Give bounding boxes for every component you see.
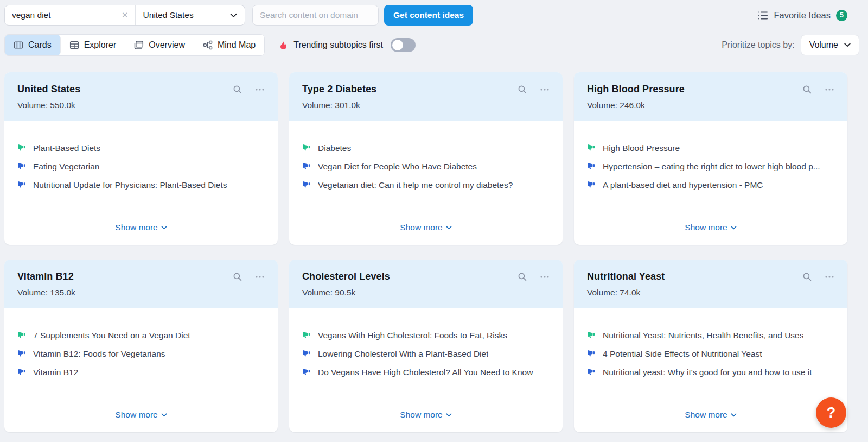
megaphone-icon: [587, 180, 596, 188]
domain-search-input[interactable]: [252, 5, 379, 26]
card-volume-value: 246.0k: [620, 100, 645, 110]
megaphone-icon: [17, 368, 26, 376]
subtopic-item[interactable]: Vegetarian diet: Can it help me control …: [302, 179, 550, 191]
subtopic-item[interactable]: Hypertension – eating the right diet to …: [587, 161, 834, 172]
megaphone-icon: [587, 331, 596, 339]
card-search-icon[interactable]: [802, 272, 812, 282]
card-more-icon[interactable]: [255, 85, 265, 94]
tab-explorer[interactable]: Explorer: [61, 35, 126, 55]
trending-toggle-label: Trending subtopics first: [293, 40, 383, 50]
card-title: Nutritional Yeast: [587, 271, 802, 282]
cards-view-icon: [14, 40, 23, 50]
prioritize-select[interactable]: Volume: [801, 35, 859, 55]
megaphone-icon: [17, 162, 26, 170]
card-header: Type 2 Diabetes Volume: 301.0k: [289, 72, 563, 121]
megaphone-icon: [17, 143, 26, 151]
prioritize-label: Prioritize topics by:: [722, 40, 794, 50]
subtopic-item[interactable]: A plant-based diet and hypertension - PM…: [587, 179, 834, 191]
subtopic-item[interactable]: Nutritional Update for Physicians: Plant…: [17, 179, 265, 191]
trending-subtopics-control: Trending subtopics first: [279, 38, 416, 52]
tab-overview[interactable]: Overview: [125, 35, 194, 55]
search-row: ✕ United States Get content ideas Favori…: [4, 5, 859, 26]
card-volume: Volume: 550.0k: [17, 100, 265, 110]
subtopic-label: Vitamin B12: [33, 367, 78, 378]
view-options-bar: Cards Explorer Overview Mind Map: [4, 34, 859, 56]
subtopic-item[interactable]: Vegans With High Cholesterol: Foods to E…: [302, 330, 550, 341]
subtopic-item[interactable]: Vegan Diet for People Who Have Diabetes: [302, 161, 550, 172]
subtopic-item[interactable]: Diabetes: [302, 142, 550, 154]
megaphone-icon: [302, 143, 311, 151]
card-search-icon[interactable]: [233, 272, 242, 282]
show-more-link[interactable]: Show more: [115, 410, 167, 420]
card-more-icon[interactable]: [540, 272, 550, 282]
help-button[interactable]: ?: [816, 397, 846, 428]
card-title: United States: [17, 84, 233, 95]
card-title: High Blood Pressure: [587, 84, 802, 95]
keyword-input[interactable]: [12, 10, 120, 20]
subtopic-label: Vegans With High Cholesterol: Foods to E…: [318, 330, 507, 341]
subtopic-item[interactable]: Nutritional Yeast: Nutrients, Health Ben…: [587, 330, 834, 341]
clear-keyword-icon[interactable]: ✕: [120, 10, 130, 20]
card-more-icon[interactable]: [825, 272, 834, 282]
explorer-view-icon: [69, 40, 79, 50]
tab-mind-map[interactable]: Mind Map: [194, 35, 264, 55]
show-more-link[interactable]: Show more: [400, 410, 451, 420]
subtopic-item[interactable]: Lowering Cholesterol With a Plant-Based …: [302, 348, 550, 359]
card-title: Type 2 Diabetes: [302, 84, 518, 95]
show-more-link[interactable]: Show more: [685, 223, 736, 232]
subtopic-label: Plant-Based Diets: [33, 142, 100, 154]
card-more-icon[interactable]: [255, 272, 265, 282]
chevron-down-icon: [230, 13, 237, 18]
subtopic-item[interactable]: Vitamin B12: [17, 367, 265, 378]
card-search-icon[interactable]: [518, 272, 527, 282]
card-body: Nutritional Yeast: Nutrients, Health Ben…: [574, 308, 847, 410]
card-volume-value: 90.5k: [335, 288, 355, 297]
mindmap-view-icon: [203, 40, 213, 50]
card-header: Cholesterol Levels Volume: 90.5k: [289, 260, 563, 308]
subtopic-label: Nutritional Update for Physicians: Plant…: [33, 179, 227, 191]
subtopic-item[interactable]: Vitamin B12: Foods for Vegetarians: [17, 348, 265, 359]
show-more-link[interactable]: Show more: [400, 223, 451, 232]
toggle-knob: [392, 40, 403, 50]
subtopic-item[interactable]: High Blood Pressure: [587, 142, 834, 154]
tab-cards[interactable]: Cards: [5, 35, 61, 55]
view-switcher: Cards Explorer Overview Mind Map: [4, 34, 265, 56]
megaphone-icon: [302, 331, 311, 339]
card-body: Plant-Based Diets Eating Vegetarian Nutr…: [4, 121, 278, 223]
subtopic-label: Eating Vegetarian: [33, 161, 99, 172]
card-search-icon[interactable]: [233, 85, 242, 94]
megaphone-icon: [587, 368, 596, 376]
favorite-ideas-button[interactable]: Favorite Ideas 5: [757, 10, 859, 21]
megaphone-icon: [302, 180, 311, 188]
card-search-icon[interactable]: [802, 85, 812, 94]
subtopic-item[interactable]: 4 Potential Side Effects of Nutritional …: [587, 348, 834, 359]
tab-explorer-label: Explorer: [84, 40, 117, 50]
megaphone-icon: [302, 162, 311, 170]
subtopic-label: Hypertension – eating the right diet to …: [603, 161, 820, 172]
card-volume: Volume: 90.5k: [302, 288, 550, 298]
card-more-icon[interactable]: [825, 85, 834, 94]
show-more-link[interactable]: Show more: [685, 410, 736, 420]
country-select-value: United States: [143, 10, 230, 20]
subtopic-item[interactable]: Plant-Based Diets: [17, 142, 265, 154]
show-more-link[interactable]: Show more: [115, 223, 167, 232]
subtopic-item[interactable]: Do Vegans Have High Cholesterol? All You…: [302, 367, 550, 378]
subtopic-item[interactable]: 7 Supplements You Need on a Vegan Diet: [17, 330, 265, 341]
chevron-down-icon: [844, 43, 851, 47]
card-more-icon[interactable]: [540, 85, 550, 94]
subtopic-item[interactable]: Nutritional yeast: Why it's good for you…: [587, 367, 834, 378]
get-content-ideas-button[interactable]: Get content ideas: [384, 5, 473, 26]
country-select[interactable]: United States: [136, 5, 245, 25]
trending-toggle[interactable]: [391, 38, 416, 52]
card-footer: Show more: [4, 223, 278, 245]
card-header: Nutritional Yeast Volume: 74.0k: [574, 260, 847, 308]
favorite-ideas-count-badge: 5: [836, 10, 847, 21]
card-volume: Volume: 246.0k: [587, 100, 834, 110]
megaphone-icon: [302, 349, 311, 357]
card-body: 7 Supplements You Need on a Vegan Diet V…: [4, 308, 278, 410]
subtopic-label: Vegetarian diet: Can it help me control …: [318, 179, 513, 191]
prioritize-control: Prioritize topics by: Volume: [722, 35, 859, 55]
card-search-icon[interactable]: [518, 85, 527, 94]
card-footer: Show more: [574, 410, 847, 432]
subtopic-item[interactable]: Eating Vegetarian: [17, 161, 265, 172]
